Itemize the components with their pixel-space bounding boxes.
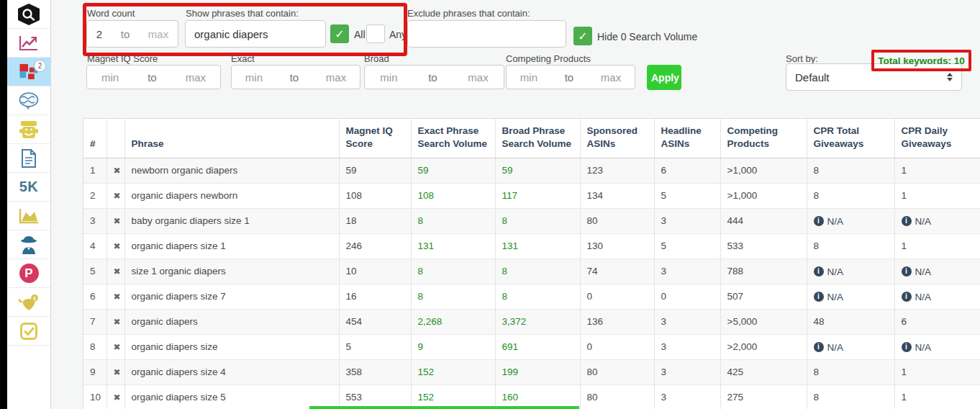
cell-exact: 59	[411, 158, 495, 183]
cell-broad: 3,372	[495, 309, 580, 334]
sidebar-item-keyword-tracker[interactable]	[7, 202, 50, 230]
remove-row-button[interactable]: ✖	[114, 317, 121, 327]
column-header--: #	[83, 119, 106, 158]
column-header-remove	[106, 119, 124, 158]
all-checkbox[interactable]: ✓	[330, 24, 349, 43]
sort-by-value: Default	[795, 71, 830, 84]
exact-range-input[interactable]: min to max	[231, 65, 360, 89]
sidebar-item-scribbles[interactable]	[7, 144, 50, 173]
cell-broad: 131	[495, 233, 580, 259]
show-phrases-input[interactable]: organic diapers	[185, 20, 326, 48]
sidebar-item-cerebro[interactable]	[7, 86, 50, 115]
magnet-iq-range-input[interactable]: min to max	[86, 65, 221, 89]
remove-row-button[interactable]: ✖	[114, 191, 121, 201]
cell-headline: 6	[654, 158, 720, 183]
remove-row-button[interactable]: ✖	[114, 266, 121, 277]
competing-products-range-input[interactable]: min to max	[506, 65, 635, 89]
remove-row-button[interactable]: ✖	[114, 292, 121, 302]
profits-p-icon: P	[19, 264, 39, 283]
competing-max-input[interactable]: max	[601, 71, 621, 84]
cell-headline: 5	[654, 183, 720, 208]
apply-button[interactable]: Apply	[647, 65, 681, 90]
cell-cpr_total: iN/A	[807, 208, 894, 233]
cell-sponsored: 123	[580, 158, 654, 183]
word-count-max-input[interactable]: max	[148, 28, 168, 40]
hide-zero-search-volume-checkbox[interactable]: ✓	[573, 27, 592, 45]
cell-remove: ✖	[106, 208, 124, 233]
cell-miq: 454	[339, 309, 411, 334]
magnet-iq-min-input[interactable]: min	[101, 71, 119, 84]
cell-sponsored: 0	[580, 334, 654, 359]
table-row: 4✖organic diapers size 12461311311305533…	[83, 233, 980, 259]
sidebar-item-profits[interactable]: P	[7, 259, 50, 288]
cell-competing: 533	[720, 233, 807, 259]
remove-row-button[interactable]: ✖	[114, 342, 121, 352]
cell-sponsored: 74	[580, 259, 654, 284]
cell-remove: ✖	[106, 284, 124, 309]
table-row: 2✖organic diapers newborn1081081171345>1…	[83, 183, 980, 208]
remove-row-button[interactable]: ✖	[114, 241, 121, 251]
table-row: 3✖baby organic diapers size 11888803444i…	[83, 208, 980, 233]
any-checkbox[interactable]	[366, 24, 385, 43]
word-count-min-input[interactable]: 2	[96, 28, 102, 40]
cell-miq: 553	[339, 385, 411, 409]
cell-broad: 117	[495, 183, 580, 208]
cell-exact: 8	[411, 208, 495, 233]
cell-miq: 246	[339, 233, 411, 259]
exclude-phrases-input[interactable]	[407, 20, 566, 48]
cell-headline: 3	[654, 259, 720, 284]
cell-competing: 788	[720, 259, 807, 284]
cell-headline: 3	[654, 309, 720, 334]
magnet-iq-max-input[interactable]: max	[186, 71, 206, 84]
cell-cpr_daily: 1	[894, 385, 980, 409]
sidebar-item-refund-genie[interactable]: $	[7, 288, 50, 317]
cell-remove: ✖	[106, 359, 124, 385]
exact-max-input[interactable]: max	[326, 71, 346, 84]
cell-cpr_daily: iN/A	[894, 334, 980, 359]
remove-row-button[interactable]: ✖	[114, 367, 121, 377]
cell-cpr_daily: 1	[894, 359, 980, 385]
na-value: N/A	[915, 291, 932, 302]
cell-competing: 275	[720, 385, 807, 409]
sidebar-item-xray[interactable]	[7, 230, 50, 259]
cell-exact: 131	[411, 233, 495, 259]
sidebar-item-black-box[interactable]	[7, 0, 50, 29]
cell-exact: 9	[411, 334, 495, 359]
5k-text-icon: 5K	[19, 179, 39, 195]
sidebar-item-trends[interactable]	[7, 29, 50, 58]
remove-row-button[interactable]: ✖	[114, 216, 121, 226]
sidebar: 25KP$	[7, 0, 51, 409]
competing-min-input[interactable]: min	[520, 71, 537, 84]
info-icon: i	[814, 216, 824, 226]
sidebar-item-follow-up[interactable]	[7, 317, 50, 346]
na-value: N/A	[915, 266, 932, 277]
cell-competing: >1,000	[720, 158, 807, 183]
column-header-broad-phrase-search-volume: Broad Phrase Search Volume	[495, 119, 580, 158]
cell-remove: ✖	[106, 334, 124, 359]
exact-min-input[interactable]: min	[245, 71, 263, 84]
broad-max-input[interactable]: max	[468, 71, 488, 84]
remove-row-button[interactable]: ✖	[114, 166, 121, 176]
remove-row-button[interactable]: ✖	[114, 392, 121, 403]
info-icon: i	[814, 342, 824, 352]
table-row: 5✖size 1 organic diapers1088743788iN/AiN…	[83, 259, 980, 284]
cell-sponsored: 0	[580, 284, 654, 309]
sidebar-item-magnet[interactable]: 2	[7, 58, 50, 86]
broad-min-input[interactable]: min	[380, 71, 397, 84]
cell-cpr_total: 8	[807, 183, 894, 208]
cell-miq: 5	[339, 334, 411, 359]
cell-cpr_daily: iN/A	[894, 208, 980, 233]
cell-num: 4	[83, 233, 106, 259]
sidebar-item-frankenstein[interactable]	[7, 115, 50, 144]
brain-icon	[18, 91, 40, 110]
na-value: N/A	[827, 215, 844, 226]
word-count-range-input[interactable]: 2 to max	[86, 20, 178, 48]
sidebar-item-5k-checker[interactable]: 5K	[7, 173, 50, 202]
cell-miq: 18	[339, 208, 411, 233]
cell-exact: 8	[411, 284, 495, 309]
broad-range-input[interactable]: min to max	[364, 65, 504, 89]
cell-headline: 3	[654, 359, 720, 385]
genie-lamp-icon: $	[17, 294, 40, 311]
notification-badge: 2	[34, 60, 46, 72]
table-row: 1✖newborn organic diapers5959591236>1,00…	[83, 158, 980, 183]
